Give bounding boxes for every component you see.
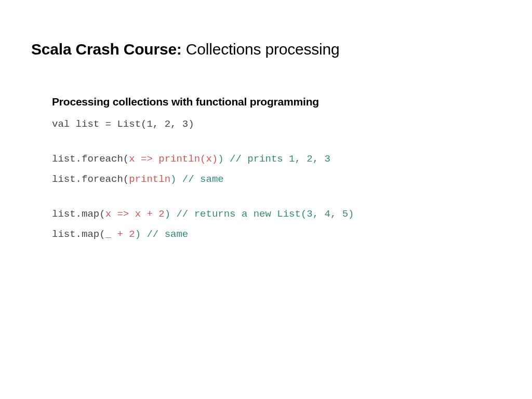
code-comment: // same: [176, 174, 223, 185]
code-line-1: val list = List(1, 2, 3): [52, 119, 501, 129]
code-comment: // same: [141, 229, 188, 240]
code-line-2: list.foreach(x => println(x)) // prints …: [52, 154, 501, 164]
code-text: list.map(: [52, 229, 105, 240]
content-block: Processing collections with functional p…: [31, 96, 501, 240]
title-bold: Scala Crash Course:: [31, 41, 182, 58]
code-line-3: list.foreach(println) // same: [52, 175, 501, 184]
section-subtitle: Processing collections with functional p…: [52, 96, 501, 108]
code-lambda: x => x + 2: [105, 208, 165, 220]
code-paren: ): [218, 153, 223, 165]
code-lambda: println: [129, 174, 170, 185]
page-title: Scala Crash Course: Collections processi…: [31, 41, 501, 58]
code-text: list.foreach(: [52, 153, 129, 165]
code-line-4: list.map(x => x + 2) // returns a new Li…: [52, 209, 501, 219]
code-lambda: _ + 2: [105, 229, 135, 240]
title-rest: Collections processing: [182, 41, 340, 58]
code-comment: // prints 1, 2, 3: [224, 153, 330, 165]
code-comment: // returns a new List(3, 4, 5): [170, 208, 354, 220]
code-text: list.map(: [52, 208, 105, 220]
code-text: list.foreach(: [52, 174, 129, 185]
code-paren: ): [165, 208, 170, 220]
code-line-5: list.map(_ + 2) // same: [52, 230, 501, 240]
code-paren: ): [170, 174, 176, 185]
code-lambda: x => println(x): [129, 153, 218, 165]
code-paren: ): [135, 229, 141, 240]
